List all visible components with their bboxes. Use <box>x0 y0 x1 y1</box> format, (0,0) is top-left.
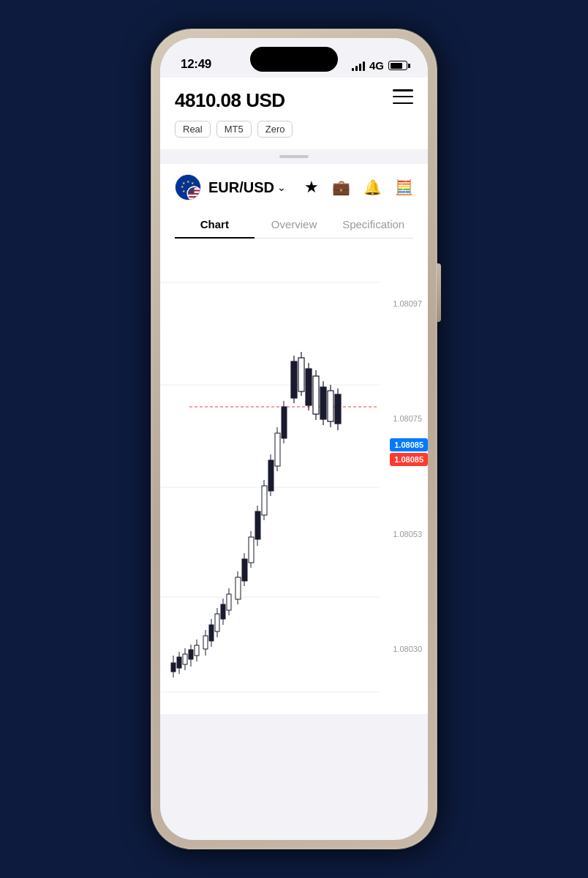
svg-rect-33 <box>195 645 199 656</box>
briefcase-icon[interactable]: 💼 <box>332 179 350 196</box>
svg-rect-49 <box>249 537 254 563</box>
tag-real[interactable]: Real <box>175 121 211 138</box>
svg-rect-71 <box>328 391 333 421</box>
svg-rect-69 <box>320 387 326 419</box>
phone-screen: 12:49 4G 4810.08 USD <box>160 38 428 840</box>
svg-rect-13 <box>187 195 200 196</box>
tag-zero[interactable]: Zero <box>257 121 293 138</box>
svg-rect-27 <box>177 657 181 668</box>
eu-flag-svg: ★ ★ ★ ★ ★ ★ ★ ★ <box>176 174 200 200</box>
battery-icon <box>388 61 407 70</box>
svg-rect-73 <box>335 394 341 424</box>
chevron-down-icon: ⌄ <box>277 181 286 193</box>
bar4 <box>363 61 365 71</box>
svg-rect-63 <box>298 358 304 391</box>
drag-handle <box>160 149 428 164</box>
svg-rect-61 <box>291 361 297 398</box>
ask-price-badge: 1.08085 <box>390 438 428 451</box>
balance-amount: 4810.08 USD <box>175 89 285 112</box>
eu-flag: ★ ★ ★ ★ ★ ★ ★ ★ <box>176 175 200 200</box>
menu-line-3 <box>393 102 413 105</box>
price-badges: 1.08085 1.08085 <box>390 438 428 466</box>
header-top: 4810.08 USD <box>175 89 413 112</box>
instrument-header: ★ ★ ★ ★ ★ ★ ★ ★ <box>160 164 428 239</box>
bid-price-badge: 1.08085 <box>390 453 428 466</box>
svg-rect-29 <box>183 654 187 664</box>
signal-bars-icon <box>352 61 365 71</box>
menu-line-1 <box>393 89 413 91</box>
calculator-icon[interactable]: 🧮 <box>395 179 413 196</box>
price-label-1: 1.08097 <box>377 299 428 308</box>
instrument-selector[interactable]: EUR/USD ⌄ <box>208 179 286 196</box>
dynamic-island <box>250 47 338 72</box>
drag-handle-bar <box>279 155 309 158</box>
svg-rect-47 <box>242 559 247 581</box>
svg-rect-37 <box>209 625 214 641</box>
svg-rect-43 <box>227 594 231 610</box>
bar3 <box>359 64 361 71</box>
tab-specification[interactable]: Specification <box>333 211 413 238</box>
tab-overview[interactable]: Overview <box>255 211 334 238</box>
svg-rect-35 <box>203 636 208 649</box>
svg-rect-41 <box>221 604 225 619</box>
price-label-2: 1.08075 <box>377 414 428 423</box>
svg-rect-59 <box>282 407 287 438</box>
network-type: 4G <box>369 59 384 72</box>
status-time: 12:49 <box>181 57 211 72</box>
price-label-4: 1.08030 <box>377 645 428 653</box>
battery-fill <box>391 63 403 69</box>
bell-icon[interactable]: 🔔 <box>363 179 382 196</box>
svg-rect-25 <box>171 663 176 672</box>
header-card: 4810.08 USD Real MT5 Zero <box>160 78 428 149</box>
svg-rect-51 <box>255 511 260 539</box>
svg-rect-31 <box>189 650 193 659</box>
chart-area[interactable]: 1.08097 1.08085 1.08085 1.08075 1.08053 … <box>160 239 428 714</box>
account-tags: Real MT5 Zero <box>175 121 413 138</box>
price-labels: 1.08097 1.08085 1.08085 1.08075 1.08053 … <box>377 239 428 714</box>
instrument-left: ★ ★ ★ ★ ★ ★ ★ ★ <box>175 174 286 200</box>
instrument-actions: ★ 💼 🔔 🧮 <box>304 178 413 197</box>
tag-mt5[interactable]: MT5 <box>216 121 252 138</box>
svg-rect-39 <box>215 614 219 631</box>
price-label-3: 1.08053 <box>377 530 428 539</box>
status-right: 4G <box>352 59 407 72</box>
menu-line-2 <box>393 96 413 98</box>
svg-rect-45 <box>235 577 241 599</box>
svg-rect-55 <box>268 460 274 491</box>
instrument-name: EUR/USD <box>208 179 274 196</box>
tabs-row: Chart Overview Specification <box>175 211 413 239</box>
favorite-star-icon[interactable]: ★ <box>304 178 319 197</box>
svg-rect-57 <box>275 433 280 466</box>
bar2 <box>355 66 358 71</box>
instrument-flag: ★ ★ ★ ★ ★ ★ ★ ★ <box>175 174 201 200</box>
svg-rect-53 <box>262 486 267 515</box>
svg-rect-65 <box>306 369 312 405</box>
menu-button[interactable] <box>393 89 413 104</box>
instrument-row: ★ ★ ★ ★ ★ ★ ★ ★ <box>175 174 413 200</box>
tab-chart[interactable]: Chart <box>175 211 255 238</box>
bar1 <box>352 68 354 71</box>
svg-rect-67 <box>313 376 319 414</box>
phone-frame: 12:49 4G 4810.08 USD <box>151 29 437 849</box>
